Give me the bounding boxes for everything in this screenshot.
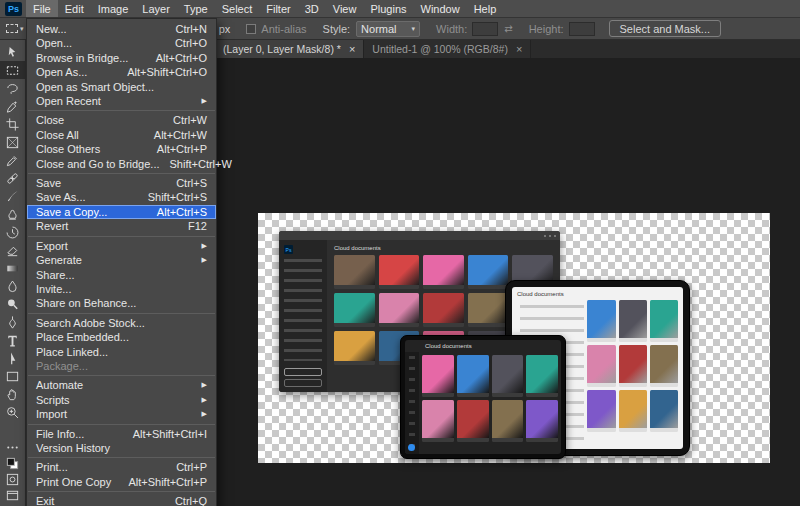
- menubar-item-edit[interactable]: Edit: [58, 0, 91, 17]
- file-menu-item-search-adobe-stock[interactable]: Search Adobe Stock...: [27, 316, 216, 330]
- tab-label: Untitled-1 @ 100% (RGB/8#): [372, 43, 508, 55]
- link-dimensions-icon[interactable]: ⇄: [504, 23, 512, 34]
- spot-healing-brush-tool-icon[interactable]: [0, 169, 26, 187]
- file-menu-item-file-info[interactable]: File Info...Alt+Shift+Ctrl+I: [27, 427, 216, 441]
- move-tool-icon[interactable]: [0, 43, 26, 61]
- menubar-item-view[interactable]: View: [326, 0, 364, 17]
- file-menu-item-version-history[interactable]: Version History: [27, 441, 216, 455]
- menubar-items: FileEditImageLayerTypeSelectFilter3DView…: [26, 0, 503, 17]
- window-controls-icon: [544, 235, 546, 237]
- quick-selection-tool-icon[interactable]: [0, 97, 26, 115]
- file-menu-item-save-as[interactable]: Save As...Shift+Ctrl+S: [27, 190, 216, 204]
- mock-phone-thumbnail-grid: [419, 352, 561, 454]
- tool-preset-picker[interactable]: ▾: [6, 24, 24, 33]
- menubar-item-select[interactable]: Select: [215, 0, 260, 17]
- screen-mode-icon[interactable]: [0, 487, 26, 503]
- menubar-item-filter[interactable]: Filter: [259, 0, 297, 17]
- file-menu-item-new[interactable]: New...Ctrl+N: [27, 22, 216, 36]
- file-menu-item-place-linked[interactable]: Place Linked...: [27, 345, 216, 359]
- submenu-arrow-icon: ▶: [202, 394, 207, 406]
- pen-tool-icon[interactable]: [0, 313, 26, 331]
- menu-item-label: Open...: [36, 37, 165, 49]
- style-dropdown[interactable]: Normal ▾: [356, 21, 420, 37]
- menu-item-shortcut: Ctrl+N: [176, 23, 207, 35]
- gradient-tool-icon[interactable]: [0, 259, 26, 277]
- lasso-tool-icon[interactable]: [0, 79, 26, 97]
- file-menu-item-open-as[interactable]: Open As...Alt+Shift+Ctrl+O: [27, 65, 216, 79]
- quick-mask-mode-icon[interactable]: [0, 471, 26, 487]
- menu-item-label: Place Embedded...: [36, 331, 207, 343]
- menu-item-label: Close: [36, 114, 163, 126]
- file-menu-item-share[interactable]: Share...: [27, 268, 216, 282]
- menubar-item-file[interactable]: File: [26, 0, 58, 17]
- document-tab-1[interactable]: (Layer 0, Layer Mask/8) *×: [215, 40, 364, 58]
- crop-tool-icon[interactable]: [0, 115, 26, 133]
- file-menu-item-close[interactable]: CloseCtrl+W: [27, 113, 216, 127]
- file-menu-item-automate[interactable]: Automate▶: [27, 378, 216, 392]
- file-menu-item-close-others[interactable]: Close OthersAlt+Ctrl+P: [27, 142, 216, 156]
- file-menu-item-save-a-copy[interactable]: Save a Copy...Alt+Ctrl+S: [27, 205, 216, 219]
- file-menu-item-import[interactable]: Import▶: [27, 407, 216, 421]
- menubar-item-window[interactable]: Window: [414, 0, 467, 17]
- clone-stamp-tool-icon[interactable]: [0, 205, 26, 223]
- menu-separator: [28, 313, 215, 314]
- file-menu-item-save[interactable]: SaveCtrl+S: [27, 176, 216, 190]
- file-menu-item-revert[interactable]: RevertF12: [27, 219, 216, 233]
- file-menu-item-browse-in-bridge[interactable]: Browse in Bridge...Alt+Ctrl+O: [27, 51, 216, 65]
- style-label: Style:: [323, 23, 351, 35]
- menu-separator: [28, 457, 215, 458]
- path-selection-tool-icon[interactable]: [0, 349, 26, 367]
- submenu-arrow-icon: ▶: [202, 240, 207, 252]
- file-menu-item-generate[interactable]: Generate▶: [27, 253, 216, 267]
- document-thumbnail: [526, 400, 558, 442]
- eyedropper-tool-icon[interactable]: [0, 151, 26, 169]
- file-menu-item-print-one-copy[interactable]: Print One CopyAlt+Shift+Ctrl+P: [27, 475, 216, 489]
- file-menu-item-print[interactable]: Print...Ctrl+P: [27, 460, 216, 474]
- type-tool-icon[interactable]: [0, 331, 26, 349]
- frame-tool-icon[interactable]: [0, 133, 26, 151]
- menubar-item-3d[interactable]: 3D: [298, 0, 326, 17]
- file-menu-item-open[interactable]: Open...Ctrl+O: [27, 36, 216, 50]
- file-menu-item-invite[interactable]: Invite...: [27, 282, 216, 296]
- document-checkerboard[interactable]: Ps Cloud documents: [258, 213, 770, 463]
- file-menu-item-exit[interactable]: ExitCtrl+Q: [27, 494, 216, 506]
- foreground-background-colors-icon[interactable]: [0, 455, 26, 471]
- brush-tool-icon[interactable]: [0, 187, 26, 205]
- width-field[interactable]: [472, 22, 498, 36]
- menubar-item-type[interactable]: Type: [177, 0, 215, 17]
- file-menu-item-share-on-behance[interactable]: Share on Behance...: [27, 296, 216, 310]
- toolbar-options-icon[interactable]: [0, 439, 26, 455]
- file-menu-item-scripts[interactable]: Scripts▶: [27, 393, 216, 407]
- file-menu-item-place-embedded[interactable]: Place Embedded...: [27, 330, 216, 344]
- history-brush-tool-icon[interactable]: [0, 223, 26, 241]
- document-tab-2[interactable]: Untitled-1 @ 100% (RGB/8#)×: [364, 40, 531, 58]
- blur-tool-icon[interactable]: [0, 277, 26, 295]
- menubar-item-help[interactable]: Help: [467, 0, 504, 17]
- document-thumbnail: [650, 300, 678, 342]
- hand-tool-icon[interactable]: [0, 385, 26, 403]
- zoom-tool-icon[interactable]: [0, 403, 26, 421]
- file-menu-item-open-as-smart-object[interactable]: Open as Smart Object...: [27, 80, 216, 94]
- rectangular-marquee-tool-icon[interactable]: [0, 61, 26, 79]
- menubar-item-layer[interactable]: Layer: [135, 0, 177, 17]
- height-field[interactable]: [569, 22, 595, 36]
- menu-item-label: Import: [36, 408, 192, 420]
- width-label: Width:: [436, 23, 467, 35]
- eraser-tool-icon[interactable]: [0, 241, 26, 259]
- file-menu-item-close-and-go-to-bridge[interactable]: Close and Go to Bridge...Shift+Ctrl+W: [27, 157, 216, 171]
- document-thumbnail: [379, 293, 420, 327]
- menubar-item-image[interactable]: Image: [91, 0, 136, 17]
- file-menu-item-open-recent[interactable]: Open Recent▶: [27, 94, 216, 108]
- tab-close-icon[interactable]: ×: [516, 43, 522, 55]
- tab-label: (Layer 0, Layer Mask/8) *: [223, 43, 341, 55]
- tab-close-icon[interactable]: ×: [349, 43, 355, 55]
- select-and-mask-button[interactable]: Select and Mask...: [609, 20, 722, 37]
- menubar-item-plugins[interactable]: Plugins: [363, 0, 413, 17]
- mock-phone-heading: Cloud documents: [425, 343, 472, 349]
- photoshop-app-icon[interactable]: Ps: [5, 2, 22, 16]
- file-menu-item-export[interactable]: Export▶: [27, 239, 216, 253]
- anti-alias-checkbox[interactable]: [246, 24, 256, 34]
- dodge-tool-icon[interactable]: [0, 295, 26, 313]
- rectangle-tool-icon[interactable]: [0, 367, 26, 385]
- file-menu-item-close-all[interactable]: Close AllAlt+Ctrl+W: [27, 128, 216, 142]
